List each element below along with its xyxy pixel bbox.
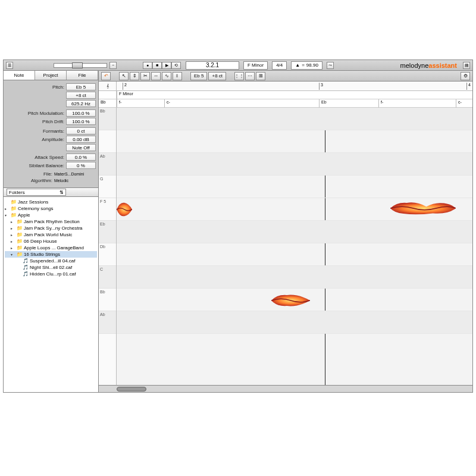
disclosure-icon: ▸ [11, 246, 15, 250]
sibilant-field[interactable]: 0 % [66, 162, 96, 169]
brand-label: melodyneassistant [400, 62, 457, 69]
tree-item[interactable]: ▸📁Celemony songs [5, 205, 97, 212]
tree-item-label: Suspended...ill 04.caf [30, 258, 76, 264]
settings-button[interactable]: ⚙ [461, 72, 470, 80]
amplitude-tool[interactable]: ⫴ [173, 72, 182, 80]
tree-item[interactable]: ▸📁Jam Pack Rhythm Section [5, 218, 97, 225]
grid-tool-2[interactable]: ⋯ [245, 72, 255, 80]
noteoff-button[interactable]: Note Off [66, 144, 96, 151]
tool-cents-display[interactable]: +8 ct [208, 72, 226, 80]
tree-item[interactable]: ▾📁Apple [5, 212, 97, 218]
tempo-display[interactable]: ▲ = 98.90 [291, 61, 322, 70]
split-tool[interactable]: ✂ [140, 72, 150, 80]
pitch-lane [117, 108, 472, 130]
tree-item[interactable]: ▾📁16 Studio Strings [5, 251, 97, 258]
arrow-tool[interactable]: ↖ [119, 72, 129, 80]
zoom-minus-icon[interactable]: − [109, 62, 117, 69]
disclosure-icon: ▸ [11, 226, 15, 230]
app-window: ☰ − ● ■ ▶ ⟲ 3.2.1 F Minor 4/4 ▲ = 98.90 … [3, 60, 473, 393]
play-button[interactable]: ▶ [162, 62, 171, 69]
tab-project[interactable]: Project [35, 71, 67, 80]
disclosure-icon: ▸ [11, 233, 15, 237]
sibilant-label: Sibilant Balance: [6, 163, 64, 168]
tree-item-label: Hidden Clu...rp 01.caf [30, 271, 76, 277]
file-icon: 🎵 [23, 265, 29, 270]
treble-clef-icon: 𝄞 [99, 82, 117, 90]
timesig-display[interactable]: 4/4 [272, 61, 287, 70]
pitchmod-label: Pitch Modulation: [6, 111, 64, 116]
position-display[interactable]: 3.2.1 [186, 61, 239, 70]
tree-item-label: 06 Deep House [24, 239, 57, 244]
gear-icon: ⚙ [464, 73, 468, 79]
grid-tool-1[interactable]: ⋮⋮ [234, 72, 244, 80]
panel-toggle-button[interactable]: ▤ [463, 62, 470, 69]
tree-item[interactable]: 🎵Suspended...ill 04.caf [5, 258, 97, 264]
record-button[interactable]: ● [143, 62, 152, 69]
stop-button[interactable]: ■ [152, 62, 162, 69]
pitch-label: Bb [99, 108, 116, 130]
top-toolbar: ☰ − ● ■ ▶ ⟲ 3.2.1 F Minor 4/4 ▲ = 98.90 … [4, 60, 472, 71]
pitch-field[interactable]: Eb 5 [66, 83, 96, 90]
pitchdrift-label: Pitch Drift: [6, 119, 64, 124]
tree-item-label: Jam Pack Sy...ny Orchestra [24, 226, 83, 231]
chord-label: c- [456, 99, 464, 108]
tree-item[interactable]: 🎵Hidden Clu...rp 01.caf [5, 271, 97, 277]
pitch-label: Ab [99, 153, 116, 176]
chord-label: Eb [319, 99, 328, 108]
folder-icon: 📁 [17, 232, 23, 237]
tab-file[interactable]: File [67, 71, 98, 80]
zoom-slider[interactable] [54, 63, 107, 68]
formants-label: Formants: [6, 129, 64, 134]
metronome-icon: ▲ [295, 62, 300, 68]
hz-field[interactable]: 625.2 Hz [66, 100, 96, 107]
attack-field[interactable]: 0.0 % [66, 154, 96, 161]
tree-item[interactable]: 📁Jazz Sessions [5, 199, 97, 205]
folder-icon: 📁 [17, 219, 23, 224]
pitch-lane [117, 221, 472, 243]
folder-select[interactable]: Folders⇅ [7, 189, 66, 196]
tab-note[interactable]: Note [4, 71, 35, 80]
algorithm-label: Algorithm: [6, 178, 52, 183]
stretch-tool[interactable]: ↔ [151, 72, 161, 80]
tree-item[interactable]: ▸📁Jam Pack Sy...ny Orchestra [5, 225, 97, 231]
pitch-label: G [99, 176, 116, 198]
autoscroll-button[interactable]: ⤳ [327, 62, 334, 69]
formant-tool[interactable]: ∿ [162, 72, 171, 80]
pitchdrift-field[interactable]: 100.0 % [66, 118, 96, 125]
loop-button[interactable]: ⟲ [171, 62, 181, 69]
side-panel: Note Project File Pitch:Eb 5 +8 ct 625.2… [4, 71, 99, 392]
pitch-tool[interactable]: ⇕ [130, 72, 139, 80]
pitch-lane [117, 198, 472, 221]
tree-item[interactable]: ▸📁Apple Loops ... GarageBand [5, 245, 97, 251]
menu-button[interactable]: ☰ [6, 62, 13, 69]
undo-button[interactable]: ↶ [101, 72, 111, 80]
note-bb-label: Bb [99, 99, 117, 107]
key-display[interactable]: F Minor [243, 61, 268, 70]
amplitude-field[interactable]: 0.00 dB [66, 136, 96, 143]
tool-pitch-display[interactable]: Eb 5 [190, 72, 207, 80]
updown-icon: ⇅ [60, 190, 64, 195]
scrollbar-thumb[interactable] [117, 387, 146, 392]
file-tree[interactable]: 📁Jazz Sessions▸📁Celemony songs▾📁Apple▸📁J… [4, 197, 98, 392]
folder-icon: 📁 [17, 245, 23, 250]
tree-item-label: 16 Studio Strings [24, 252, 60, 257]
pitch-label: Bb [99, 289, 116, 311]
pitchmod-field[interactable]: 100.0 % [66, 109, 96, 117]
tree-item[interactable]: 🎵Night Shi...ell 02.caf [5, 264, 97, 271]
file-value: MaterS...Domini [54, 172, 96, 176]
horizontal-scrollbar[interactable] [99, 385, 472, 392]
pitch-lane [117, 311, 472, 334]
formants-field[interactable]: 0 ct [66, 127, 96, 134]
time-ruler[interactable]: 𝄞 2 3 4 [99, 82, 472, 91]
note-editor[interactable]: BbAbGF 5EbDbCBbAb [99, 108, 472, 385]
pitch-label: C [99, 266, 116, 289]
tree-item[interactable]: ▸📁06 Deep House [5, 238, 97, 245]
disclosure-icon: ▸ [11, 220, 15, 224]
folder-icon: 📁 [17, 252, 23, 257]
pitch-ruler[interactable]: BbAbGF 5EbDbCBbAb [99, 108, 117, 385]
pitch-lane [117, 130, 472, 153]
tree-item[interactable]: ▸📁Jam Pack World Music [5, 231, 97, 238]
folder-icon: 📁 [17, 226, 23, 231]
snap-tool[interactable]: ⊞ [256, 72, 265, 80]
cents-field[interactable]: +8 ct [66, 92, 96, 99]
